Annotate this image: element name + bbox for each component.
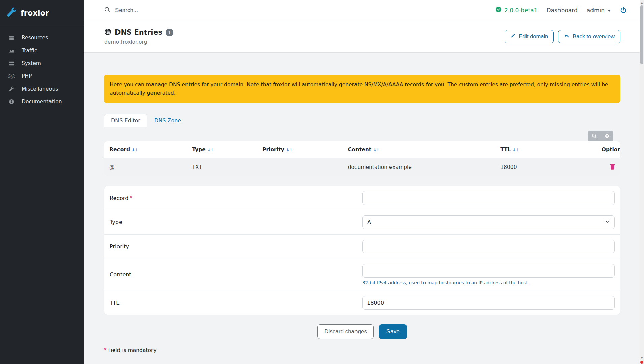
cell-content: documentation example — [343, 158, 495, 176]
sidebar-item-traffic[interactable]: Traffic — [0, 44, 84, 57]
content-input[interactable] — [362, 264, 615, 278]
sidebar-item-php[interactable]: php PHP — [0, 70, 84, 83]
sidebar-nav: Resources Traffic System php PHP — [0, 26, 84, 114]
version-link[interactable]: 2.0.0-beta1 — [496, 7, 538, 14]
search-icon — [104, 7, 110, 14]
brand-name: froxlor — [21, 9, 49, 17]
table-toolbar — [104, 131, 620, 141]
check-circle-icon — [496, 7, 501, 14]
column-header-ttl[interactable]: TTL↓↑ — [495, 141, 596, 158]
column-header-type[interactable]: Type↓↑ — [187, 141, 257, 158]
tab-dns-editor[interactable]: DNS Editor — [104, 114, 147, 127]
info-icon — [7, 99, 16, 105]
page-content: Here you can manage DNS entries for your… — [84, 53, 644, 364]
sidebar-item-label: System — [22, 60, 41, 66]
column-header-record[interactable]: Record↓↑ — [104, 141, 187, 158]
sidebar: froxlor Resources Traffic System — [0, 0, 84, 364]
search-input[interactable] — [115, 7, 223, 14]
content-hint: 32-bit IPv4 address, used to map hostnam… — [362, 280, 615, 285]
sidebar-item-resources[interactable]: Resources — [0, 31, 84, 44]
dashboard-link[interactable]: Dashboard — [546, 7, 577, 14]
sort-arrows-icon: ↓↑ — [286, 148, 292, 152]
record-input[interactable] — [362, 191, 615, 205]
ttl-input[interactable] — [362, 296, 615, 310]
sort-arrows-icon: ↓↑ — [513, 148, 519, 152]
form-row-content: Content 32-bit IPv4 address, used to map… — [104, 259, 620, 291]
edit-domain-label: Edit domain — [519, 33, 548, 40]
user-label: admin — [587, 7, 605, 14]
column-header-options: Options — [596, 141, 620, 158]
column-header-priority[interactable]: Priority↓↑ — [257, 141, 343, 158]
sidebar-item-system[interactable]: System — [0, 57, 84, 70]
reply-arrow-icon — [564, 33, 569, 40]
table-tools-group — [588, 131, 613, 141]
globe-icon — [104, 28, 111, 37]
type-select[interactable]: A — [362, 215, 615, 229]
dns-records-table-card: Record↓↑ Type↓↑ Priority↓↑ Content↓↑ — [104, 141, 620, 176]
column-header-content[interactable]: Content↓↑ — [343, 141, 495, 158]
dns-entry-form: Record* Type A — [104, 186, 620, 315]
entry-count-badge: 1 — [166, 29, 173, 36]
tabs: DNS Editor DNS Zone — [104, 114, 620, 127]
ttl-label: TTL — [110, 300, 362, 306]
cell-ttl: 18000 — [495, 158, 596, 176]
system-server-icon — [7, 61, 16, 66]
record-label: Record* — [110, 195, 362, 201]
svg-text:php: php — [9, 75, 14, 78]
topbar: 2.0.0-beta1 Dashboard admin — [84, 0, 644, 21]
form-row-priority: Priority — [104, 235, 620, 259]
domain-subtitle: demo.froxlor.org — [104, 39, 173, 45]
edit-domain-button[interactable]: Edit domain — [505, 30, 554, 43]
sidebar-item-miscellaneous[interactable]: Miscellaneous — [0, 83, 84, 95]
user-menu[interactable]: admin — [587, 7, 611, 14]
brand-logo[interactable]: froxlor — [0, 0, 84, 26]
form-row-record: Record* — [104, 186, 620, 210]
sort-arrows-icon: ↓↑ — [373, 148, 379, 152]
sidebar-item-label: Miscellaneous — [22, 86, 58, 92]
dns-records-table: Record↓↑ Type↓↑ Priority↓↑ Content↓↑ — [104, 141, 620, 176]
page-scrollbar: ▲ ▼ — [640, 0, 644, 364]
scrollbar-thumb[interactable] — [640, 5, 643, 64]
sort-arrows-icon: ↓↑ — [207, 148, 213, 152]
froxlor-app: froxlor Resources Traffic System — [0, 0, 644, 364]
pencil-icon — [510, 33, 515, 40]
form-row-type: Type A — [104, 210, 620, 235]
priority-input[interactable] — [362, 240, 615, 253]
table-search-button[interactable] — [588, 131, 601, 141]
sidebar-item-label: PHP — [22, 73, 32, 79]
header-buttons: Edit domain Back to overview — [505, 30, 620, 43]
cell-type: TXT — [187, 158, 257, 176]
scrollbar-down-arrow[interactable]: ▼ — [640, 355, 644, 360]
cell-record: @ — [104, 158, 187, 176]
version-label: 2.0.0-beta1 — [504, 7, 538, 14]
delete-record-button[interactable] — [610, 164, 615, 171]
type-label: Type — [110, 219, 362, 225]
mandatory-asterisk: * — [104, 347, 107, 353]
red-indicator-dot — [640, 361, 643, 364]
resources-box-icon — [7, 35, 16, 41]
logout-power-button[interactable] — [620, 7, 627, 14]
wrench-icon — [7, 86, 16, 92]
table-settings-gear-button[interactable] — [601, 131, 613, 141]
sidebar-item-documentation[interactable]: Documentation — [0, 95, 84, 108]
scrollbar-up-arrow[interactable]: ▲ — [640, 0, 644, 5]
traffic-chart-icon — [7, 48, 16, 54]
back-to-overview-label: Back to overview — [573, 33, 615, 40]
title-block: DNS Entries 1 demo.froxlor.org — [104, 28, 173, 45]
required-asterisk: * — [130, 195, 132, 201]
table-row: @ TXT documentation example 18000 — [104, 158, 620, 176]
back-to-overview-button[interactable]: Back to overview — [558, 30, 620, 43]
priority-label: Priority — [110, 243, 362, 250]
tab-dns-zone[interactable]: DNS Zone — [147, 114, 188, 127]
froxlor-wrench-icon — [7, 7, 17, 19]
cell-priority — [257, 158, 343, 176]
save-button[interactable]: Save — [379, 324, 407, 339]
mandatory-note: * Field is mandatory — [104, 347, 620, 353]
type-select-value: A — [367, 219, 371, 225]
sort-arrows-icon: ↓↑ — [132, 148, 138, 152]
sidebar-item-label: Traffic — [22, 48, 37, 54]
chevron-down-icon — [605, 219, 610, 225]
discard-changes-button[interactable]: Discard changes — [317, 324, 374, 339]
content-label: Content — [110, 271, 362, 278]
chevron-down-icon — [608, 10, 611, 12]
